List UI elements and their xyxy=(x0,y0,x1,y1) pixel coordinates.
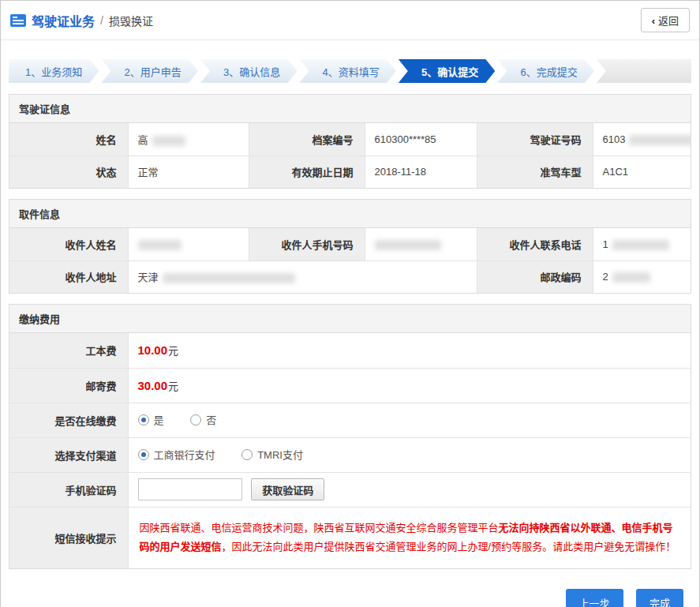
currency-unit: 元 xyxy=(168,380,178,392)
table-row: 收件人姓名 收件人手机号码 收件人联系电话 1 xyxy=(9,228,691,260)
online-pay-yes-label: 是 xyxy=(154,412,164,427)
payment-channel-label: 选择支付渠道 xyxy=(9,437,128,472)
step-wizard: 1、业务须知 2、用户申告 3、确认信息 4、资料填写 5、确认提交 6、完成提… xyxy=(9,59,691,83)
table-row: 手机验证码 获取验证码 xyxy=(9,472,691,507)
redacted-blur xyxy=(163,273,295,283)
footer-actions: 上一步 完成 xyxy=(9,579,691,607)
step-track-filler xyxy=(597,59,691,83)
step-1-notice[interactable]: 1、业务须知 xyxy=(9,59,99,83)
back-button-label: 返回 xyxy=(658,15,679,27)
recipient-name-value xyxy=(128,228,249,260)
recipient-name-label: 收件人姓名 xyxy=(9,228,128,260)
breadcrumb-separator: / xyxy=(100,14,103,27)
get-code-button[interactable]: 获取验证码 xyxy=(251,478,324,500)
step-2-declaration[interactable]: 2、用户申告 xyxy=(101,59,197,83)
production-fee-value: 10.00元 xyxy=(128,333,691,368)
sms-notice-text: 因陕西省联通、电信运营商技术问题，陕西省互联网交通安全综合服务管理平台无法向持陕… xyxy=(129,511,691,565)
recipient-mobile-value xyxy=(365,228,477,260)
vehicle-class-value: A1C1 xyxy=(593,155,691,188)
finish-button[interactable]: 完成 xyxy=(636,589,683,607)
radio-unchecked-icon[interactable] xyxy=(190,414,201,425)
expiry-value: 2018-11-18 xyxy=(365,155,477,188)
expiry-label: 有效期止日期 xyxy=(249,155,365,188)
address-value: 天津 xyxy=(128,260,477,293)
currency-unit: 元 xyxy=(168,345,178,357)
breadcrumb-current: 损毁换证 xyxy=(109,13,153,28)
previous-step-button[interactable]: 上一步 xyxy=(566,589,623,607)
recipient-phone-label: 收件人联系电话 xyxy=(477,228,593,260)
redacted-blur xyxy=(612,240,669,250)
table-row: 选择支付渠道 工商银行支付 TMRI支付 xyxy=(9,437,691,472)
chevron-left-icon: ‹ xyxy=(652,15,655,27)
sms-notice-label: 短信接收提示 xyxy=(9,507,128,568)
production-fee-label: 工本费 xyxy=(9,333,128,368)
step-4-fill-data[interactable]: 4、资料填写 xyxy=(299,59,395,83)
page-title: 驾驶证业务 xyxy=(32,11,95,30)
service-form-icon xyxy=(10,14,26,27)
online-pay-no-label: 否 xyxy=(206,412,216,427)
channel-tmri-option[interactable]: TMRI支付 xyxy=(241,447,303,462)
redacted-blur xyxy=(138,240,182,250)
back-button[interactable]: ‹返回 xyxy=(641,8,690,32)
table-row: 姓名 高 档案编号 610300****85 驾驶证号码 6103 xyxy=(9,123,691,155)
recipient-phone-value: 1 xyxy=(593,228,691,260)
file-number-value: 610300****85 xyxy=(365,123,477,155)
table-row: 收件人地址 天津 邮政编码 2 xyxy=(9,260,691,293)
online-pay-yes-option[interactable]: 是 xyxy=(138,412,164,427)
postcode-value: 2 xyxy=(593,260,691,293)
step-3-confirm-info[interactable]: 3、确认信息 xyxy=(200,59,297,83)
radio-checked-icon[interactable] xyxy=(138,414,149,425)
online-pay-no-option[interactable]: 否 xyxy=(190,412,216,427)
license-number-label: 驾驶证号码 xyxy=(477,123,593,155)
payment-channel-options: 工商银行支付 TMRI支付 xyxy=(128,437,691,472)
online-payment-label: 是否在线缴费 xyxy=(9,403,128,437)
channel-icbc-label: 工商银行支付 xyxy=(154,447,215,462)
redacted-blur xyxy=(612,272,650,283)
redacted-blur xyxy=(152,136,185,146)
online-payment-options: 是 否 xyxy=(128,403,691,437)
sms-code-label: 手机验证码 xyxy=(9,472,128,507)
table-row: 邮寄费 30.00元 xyxy=(9,368,691,403)
fees-table: 工本费 10.00元 邮寄费 30.00元 是否在线缴费 是 否 选择支付渠道 xyxy=(9,333,691,568)
radio-unchecked-icon[interactable] xyxy=(241,449,253,460)
postage-fee-value: 30.00元 xyxy=(128,368,691,403)
postage-fee-label: 邮寄费 xyxy=(9,368,128,403)
table-row: 短信接收提示 因陕西省联通、电信运营商技术问题，陕西省互联网交通安全综合服务管理… xyxy=(9,507,691,568)
postage-fee-amount: 30.00 xyxy=(138,379,168,392)
vehicle-class-label: 准驾车型 xyxy=(477,155,593,188)
license-info-title: 驾驶证信息 xyxy=(9,95,691,123)
fees-title: 缴纳费用 xyxy=(9,305,691,333)
main-content: 驾驶证信息 姓名 高 档案编号 610300****85 驾驶证号码 6103 … xyxy=(1,83,699,607)
production-fee-amount: 10.00 xyxy=(138,343,168,357)
license-info-table: 姓名 高 档案编号 610300****85 驾驶证号码 6103 状态 正常 … xyxy=(9,123,691,188)
redacted-blur xyxy=(375,240,441,250)
fees-section: 缴纳费用 工本费 10.00元 邮寄费 30.00元 是否在线缴费 是 否 xyxy=(9,304,691,569)
table-row: 是否在线缴费 是 否 xyxy=(9,403,691,437)
table-row: 工本费 10.00元 xyxy=(9,333,691,368)
postcode-label: 邮政编码 xyxy=(477,260,593,293)
header: 驾驶证业务 / 损毁换证 ‹返回 xyxy=(1,1,699,40)
table-row: 状态 正常 有效期止日期 2018-11-18 准驾车型 A1C1 xyxy=(9,155,691,188)
pickup-info-table: 收件人姓名 收件人手机号码 收件人联系电话 1 收件人地址 天津 邮政编码 2 xyxy=(9,228,691,293)
license-info-section: 驾驶证信息 姓名 高 档案编号 610300****85 驾驶证号码 6103 … xyxy=(9,94,691,189)
redacted-blur xyxy=(629,135,691,145)
address-label: 收件人地址 xyxy=(9,260,128,293)
status-label: 状态 xyxy=(9,155,128,188)
step-6-finish-submit[interactable]: 6、完成提交 xyxy=(497,59,593,83)
channel-tmri-label: TMRI支付 xyxy=(257,447,303,462)
sms-notice-cell: 因陕西省联通、电信运营商技术问题，陕西省互联网交通安全综合服务管理平台无法向持陕… xyxy=(128,507,691,568)
step-5-confirm-submit[interactable]: 5、确认提交 xyxy=(399,59,495,83)
sms-code-input[interactable] xyxy=(138,478,242,500)
page: 驾驶证业务 / 损毁换证 ‹返回 1、业务须知 2、用户申告 3、确认信息 4、… xyxy=(0,0,700,607)
pickup-info-section: 取件信息 收件人姓名 收件人手机号码 收件人联系电话 1 收件人地址 天津 邮政… xyxy=(9,199,691,294)
status-value: 正常 xyxy=(128,155,249,188)
name-value: 高 xyxy=(128,123,249,155)
radio-checked-icon[interactable] xyxy=(138,449,149,460)
header-title-group: 驾驶证业务 / 损毁换证 xyxy=(10,11,153,30)
channel-icbc-option[interactable]: 工商银行支付 xyxy=(138,447,215,462)
pickup-info-title: 取件信息 xyxy=(9,200,691,228)
sms-code-field-group: 获取验证码 xyxy=(128,472,691,507)
file-number-label: 档案编号 xyxy=(249,123,365,155)
name-label: 姓名 xyxy=(9,123,128,155)
license-number-value: 6103 xyxy=(593,123,691,155)
